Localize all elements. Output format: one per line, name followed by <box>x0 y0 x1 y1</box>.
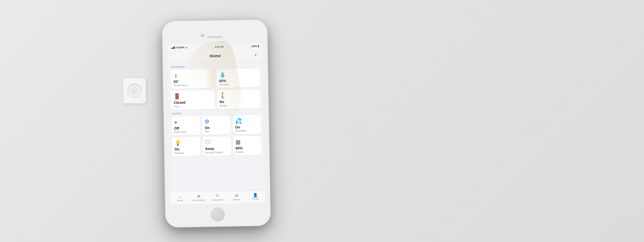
signal-bar-4 <box>174 46 175 49</box>
fan-label: Fan <box>205 130 228 133</box>
security-icon: 🛡 <box>205 139 228 146</box>
carrier-label: AQARA <box>176 46 185 49</box>
curtain-icon: ▦ <box>235 138 259 145</box>
door-tile[interactable]: 🚪 Closed Door <box>171 90 215 110</box>
night-light-label: Night Light <box>174 130 198 133</box>
information-section-label: Information <box>171 64 260 68</box>
automation-nav-label: Automation <box>212 199 223 201</box>
control-section-label: Control <box>171 110 261 115</box>
profile-nav-label: Profile <box>252 198 259 200</box>
signal-bar-1 <box>171 48 172 49</box>
humidifier-label: Humidifier <box>235 129 259 132</box>
security-tile[interactable]: 🛡 Away Security System <box>202 136 231 156</box>
nav-home[interactable]: ⌂ Home <box>170 194 189 202</box>
pendant-label: Pendant <box>175 151 198 155</box>
motion-value: No <box>219 99 258 104</box>
door-label: Door <box>174 104 213 108</box>
door-value: Closed <box>174 100 212 105</box>
signal-bar-2 <box>172 47 173 49</box>
profile-nav-icon: 👤 <box>253 193 258 197</box>
wall-device <box>123 78 146 103</box>
phone: AQARA ▲ 9:41 AM 100% ▮ Home + <box>162 19 271 228</box>
nav-scenes[interactable]: ⊞ Scenes <box>227 193 246 201</box>
signal-bar-3 <box>173 47 174 49</box>
app-header: Home + <box>168 50 263 63</box>
nav-accessories[interactable]: ◈ Accessories <box>189 194 208 202</box>
fan-value: On <box>205 126 228 130</box>
status-bar-time: 9:41 AM <box>215 45 224 48</box>
motion-icon: 🚶 <box>219 92 258 99</box>
nav-automation[interactable]: ↻ Automation <box>208 193 227 201</box>
phone-body: AQARA ▲ 9:41 AM 100% ▮ Home + <box>162 19 271 228</box>
control-grid-row1: ● Off Night Light ⚙ On Fan 💦 <box>171 115 261 136</box>
humidifier-icon: 💦 <box>235 117 259 125</box>
status-bar-left: AQARA ▲ <box>171 46 188 49</box>
control-grid-row2: 💡 On Pendant 🛡 Away Security System <box>172 136 262 157</box>
battery-icon: ▮ <box>258 45 259 47</box>
security-label: Security System <box>205 151 229 154</box>
background <box>0 0 644 242</box>
status-bar-right: 100% ▮ <box>251 45 259 48</box>
automation-nav-icon: ↻ <box>216 193 219 198</box>
security-value: Away <box>205 146 229 151</box>
accessories-nav-icon: ◈ <box>197 194 200 198</box>
accessories-nav-label: Accessories <box>193 199 205 202</box>
add-button[interactable]: + <box>253 52 258 58</box>
door-icon: 🚪 <box>174 93 212 100</box>
scenes-nav-label: Scenes <box>233 198 240 201</box>
information-grid: 🌡 25° Temperature 💧 60% Humidity <box>171 68 261 110</box>
humidity-tile[interactable]: 💧 60% Humidity <box>216 68 260 88</box>
scenes-nav-icon: ⊞ <box>235 193 238 198</box>
temperature-tile[interactable]: 🌡 25° Temperature <box>171 69 215 89</box>
curtain-label: Curtain <box>236 150 259 154</box>
nav-profile[interactable]: 👤 Profile <box>246 193 265 201</box>
phone-speaker <box>207 36 222 38</box>
plant-decoration <box>204 69 215 88</box>
app-content: Information 🌡 25° Temperature 💧 <box>168 61 265 192</box>
wall-device-inner <box>131 87 138 94</box>
night-light-icon: ● <box>174 118 198 126</box>
humidity-label: Humidity <box>219 82 258 86</box>
night-light-tile[interactable]: ● Off Night Light <box>171 116 200 135</box>
signal-bars <box>171 46 175 49</box>
wall-device-circle <box>127 83 142 98</box>
pendant-tile[interactable]: 💡 On Pendant <box>172 137 201 156</box>
motion-tile[interactable]: 🚶 No Motion <box>217 89 261 109</box>
humidity-value: 60% <box>219 78 258 83</box>
curtain-value: 60% <box>235 146 259 150</box>
motion-label: Motion <box>220 104 258 107</box>
bottom-nav: ⌂ Home ◈ Accessories ↻ Automation ⊞ Scen… <box>170 190 265 205</box>
phone-camera <box>201 34 204 37</box>
curtain-tile[interactable]: ▦ 60% Curtain <box>233 136 262 155</box>
pendant-value: On <box>175 147 198 151</box>
humidifier-tile[interactable]: 💦 On Humidifier <box>232 115 261 134</box>
home-nav-label: Home <box>177 199 183 202</box>
humidity-icon: 💧 <box>219 71 258 78</box>
home-nav-icon: ⌂ <box>179 194 181 199</box>
fan-icon: ⚙ <box>205 118 228 125</box>
night-light-value: Off <box>174 126 198 130</box>
humidifier-value: On <box>235 125 259 129</box>
phone-screen: AQARA ▲ 9:41 AM 100% ▮ Home + <box>168 43 265 204</box>
home-button[interactable] <box>211 207 225 221</box>
wifi-icon: ▲ <box>185 46 188 49</box>
pendant-icon: 💡 <box>174 139 198 146</box>
app-title: Home <box>210 53 221 58</box>
fan-tile[interactable]: ⚙ On Fan <box>202 115 231 135</box>
battery-label: 100% <box>251 45 257 47</box>
